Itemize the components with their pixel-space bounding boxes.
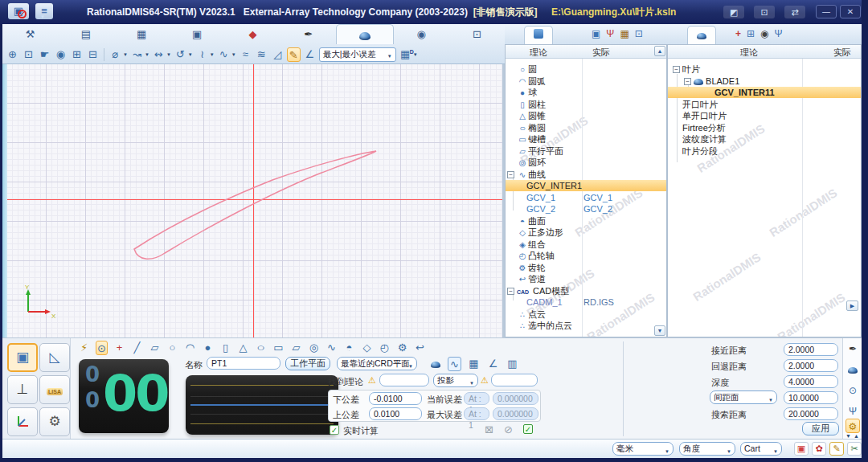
tab-machine[interactable]: ⚒ (2, 24, 58, 44)
collapse-icon[interactable]: − (673, 66, 680, 73)
sphere-feature-icon[interactable]: ● (202, 341, 214, 355)
retract-input[interactable]: 2.0000 (784, 359, 838, 372)
tree-item-torus[interactable]: ◎圆环 (506, 157, 654, 168)
cube-table-tab-icon[interactable]: ▥ (506, 357, 519, 371)
cube-small-icon[interactable]: ▣ (592, 28, 600, 39)
axes-icon[interactable]: + (735, 28, 741, 39)
tab-output[interactable]: ⊡ (449, 24, 505, 44)
camera-icon[interactable]: ◉ (760, 28, 768, 39)
workplane-button[interactable]: 工作平面 (285, 357, 330, 370)
probe-y2-icon[interactable]: Ψ (775, 28, 783, 39)
spacing-dropdown[interactable]: 间距面▼ (710, 390, 777, 404)
blade-tab-active[interactable] (687, 26, 716, 44)
select-window-icon[interactable]: ⊞ (70, 47, 84, 62)
line-feature-icon[interactable]: ╱ (131, 341, 143, 355)
graph-tab-icon[interactable]: ∿ (448, 357, 461, 371)
measure-curve-icon[interactable]: ↝ (130, 47, 144, 62)
scroll-down-button[interactable]: ▼ (654, 325, 665, 336)
close-button[interactable]: ✕ (840, 5, 861, 18)
program-monitor-icon[interactable]: ⊡ (754, 6, 775, 18)
tree-item-single-open-blade[interactable]: 单开口叶片 (668, 110, 849, 121)
scroll-right-button[interactable]: ▶ (846, 301, 858, 311)
find-theory-input[interactable] (379, 374, 429, 386)
zoom-window-icon[interactable]: ⊡ (22, 47, 35, 62)
tree-item-pointcloud[interactable]: ∴点云 (506, 309, 654, 320)
upper-tol-input[interactable]: 0.0100 (369, 407, 422, 420)
torus-feature-icon[interactable]: ◎ (308, 341, 320, 355)
pan-hand-icon[interactable]: ☛ (38, 47, 51, 62)
projection-input[interactable] (491, 374, 538, 386)
tab-table[interactable]: ▦ (113, 24, 169, 44)
grid-report-icon[interactable]: ▦D (399, 47, 412, 62)
calculator-tab-icon[interactable]: ▦ (467, 357, 481, 371)
gear-feature-icon[interactable]: ⚙ (396, 341, 408, 355)
eraser-board-icon[interactable]: ⊠ (485, 423, 493, 435)
slot-feature-icon[interactable]: ▭ (272, 341, 285, 355)
tree-item-surface[interactable]: ◓曲面 (506, 215, 654, 227)
tree-item-gcv1[interactable]: GCV_1GCV_1 (506, 192, 654, 203)
view-eye-icon[interactable]: ◉ (54, 47, 68, 62)
tree-item-firtree[interactable]: Firtree分析 (668, 122, 849, 133)
tree-item-sphere[interactable]: ●球 (506, 87, 654, 98)
magnifier-tool-icon[interactable]: ⊙ (845, 383, 860, 398)
tree-item-ellipse[interactable]: ○椭圆 (506, 122, 654, 133)
tree-item-camshaft[interactable]: ◴凸轮轴 (506, 250, 654, 261)
wave-compare-icon[interactable]: ≈ (239, 47, 252, 62)
cone-feature-icon[interactable]: △ (237, 341, 249, 355)
tab-cad[interactable]: ◆ (225, 24, 280, 44)
dropdown-arrow[interactable]: ▼ (145, 52, 149, 57)
scroll-up-icon[interactable]: ▲ (854, 433, 859, 439)
flower-icon[interactable]: ✿ (812, 442, 826, 456)
screen-icon[interactable]: ⊡ (635, 28, 643, 39)
surface-feature-icon[interactable]: ◓ (343, 341, 355, 355)
tab-layers[interactable]: ▣ (170, 24, 225, 44)
approach-input[interactable]: 2.0000 (784, 343, 838, 356)
curve-feature-icon[interactable]: ∿ (326, 341, 338, 355)
point-feature-icon[interactable]: ⊙ (96, 341, 108, 355)
confirm-checkbox[interactable]: ✓ (523, 424, 533, 434)
tree-item-cad-model[interactable]: −CADCAD模型 (506, 285, 654, 296)
tree-item-slot[interactable]: ▭键槽 (506, 133, 654, 145)
dropdown-arrow[interactable]: ▼ (123, 52, 128, 57)
minimize-button[interactable]: — (816, 5, 837, 18)
features-probe-tab-icon[interactable] (428, 357, 442, 371)
tree-item-gcv-inter11-selected[interactable]: GCV_INTER11 (668, 87, 861, 98)
measure-rotate-icon[interactable]: ↺ (174, 47, 187, 62)
scroll-up-button[interactable]: ▲ (654, 46, 665, 56)
pin-frame-icon[interactable]: ▣ (794, 442, 809, 456)
probe-contact-tab-icon[interactable]: ∠ (486, 357, 500, 371)
tree-item-combine[interactable]: ◈组合 (506, 239, 654, 250)
probe-mode-icon[interactable]: ⌀ (108, 47, 122, 62)
error-mode-dropdown[interactable]: 最大|最小误差▼ (319, 47, 396, 62)
tree-item-cylinder[interactable]: ▯圆柱 (506, 99, 654, 110)
ink-tool-icon[interactable]: ✒ (845, 341, 860, 356)
tree-item-curve[interactable]: −∿曲线 (506, 169, 654, 180)
tree-item-gcv-inter1-selected[interactable]: GCV_INTER1 (506, 180, 666, 191)
tree-item-cone[interactable]: △圆锥 (506, 110, 654, 121)
name-input[interactable]: PT1 (207, 357, 280, 370)
cylinder-feature-icon[interactable]: ▯ (219, 341, 231, 355)
menu-dropdown-icon[interactable]: ▼ (40, 14, 45, 19)
tree-item-arc[interactable]: ◠圆弧 (506, 76, 654, 87)
jog-controller-icon[interactable]: ◩ (723, 6, 744, 18)
collapse-icon[interactable]: − (507, 288, 514, 295)
cam-feature-icon[interactable]: ◴ (379, 341, 391, 355)
theory-header[interactable]: 理论 (530, 47, 547, 59)
lower-tol-input[interactable]: -0.0100 (369, 392, 422, 405)
units-dropdown[interactable]: 毫米▼ (612, 442, 674, 456)
search-input[interactable]: 20.0000 (784, 407, 838, 420)
angle-probe-icon[interactable]: ∠ (303, 47, 317, 62)
dropdown-arrow[interactable]: ▼ (166, 52, 171, 57)
tree-item-blade-segment[interactable]: 叶片分段 (668, 145, 849, 157)
projection-dropdown[interactable]: 投影▼ (433, 374, 478, 387)
collapse-icon[interactable]: − (507, 171, 514, 178)
probe-y-tool-icon[interactable]: Ψ (845, 404, 860, 419)
panel-toggle-icon[interactable]: ⊟ (86, 47, 100, 62)
lisa-cage-button[interactable]: LISA (39, 375, 70, 404)
tab-measure-active[interactable] (336, 24, 393, 44)
box-icon[interactable]: ▦ (620, 28, 628, 39)
theory-header[interactable]: 理论 (740, 47, 758, 59)
tree-item-circle[interactable]: ○圆 (506, 63, 654, 75)
scroll-down-icon[interactable]: ▼ (845, 433, 851, 439)
tree-item-pipe[interactable]: ↩管道 (506, 273, 654, 284)
